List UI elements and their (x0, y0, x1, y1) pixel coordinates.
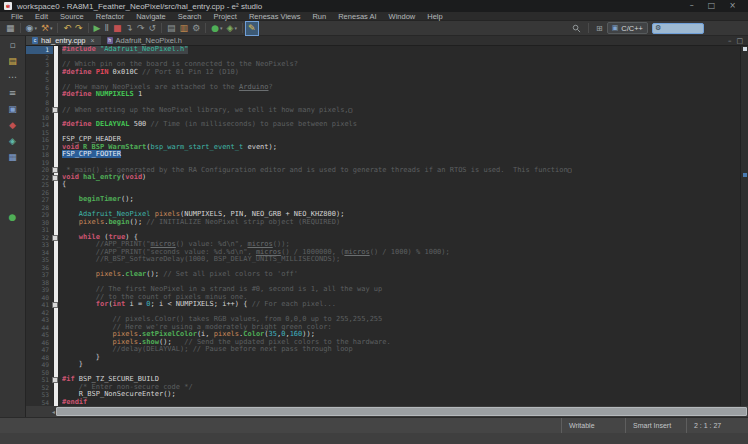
line-number[interactable]: 32 (26, 234, 53, 242)
line-number[interactable]: 41 (26, 301, 53, 309)
line-number[interactable]: 2 (26, 54, 53, 62)
line-number[interactable]: 39 (26, 286, 53, 294)
code-line[interactable]: } (62, 354, 740, 362)
pin-editor-icon[interactable]: ✎ (246, 22, 258, 35)
code-line[interactable]: // When setting up the NeoPixel library,… (62, 106, 740, 114)
overview-ruler[interactable] (740, 46, 748, 406)
forward-icon[interactable]: ↷ (73, 22, 85, 35)
code-line[interactable] (62, 189, 740, 197)
code-line[interactable]: void R_BSP_WarmStart(bsp_warm_start_even… (62, 144, 740, 152)
line-number[interactable]: 36 (26, 264, 53, 272)
line-number[interactable]: 52 (26, 384, 53, 392)
scrollbar-thumb[interactable] (56, 407, 747, 416)
pause-icon[interactable]: Ⅱ (103, 22, 111, 35)
code-line[interactable]: //delay(DELAYVAL); // Pause before next … (62, 346, 740, 354)
quick-access-field[interactable]: ⚙ (652, 23, 704, 34)
line-number[interactable]: 28 (26, 204, 53, 212)
line-number[interactable]: 17 (26, 144, 53, 152)
line-number[interactable]: 8 (26, 99, 53, 107)
code-line[interactable]: FSP_CPP_FOOTER (62, 151, 740, 159)
menu-refactor[interactable]: Refactor (91, 12, 129, 21)
code-line[interactable]: //R_BSP_SoftwareDelay(1000, BSP_DELAY_UN… (62, 256, 740, 264)
line-number[interactable]: 26 (26, 189, 53, 197)
line-number[interactable]: 15 (26, 129, 53, 137)
code-line[interactable]: #include "Adafruit_NeoPixel.h" (62, 46, 740, 54)
maximize-editor-icon[interactable]: □ (736, 37, 743, 45)
menu-help[interactable]: Help (422, 12, 447, 21)
line-number[interactable]: 18 (26, 151, 53, 159)
breakpoints-view-icon[interactable]: ◆ (6, 119, 19, 131)
horizontal-scrollbar[interactable]: ◂ (26, 406, 748, 417)
code-line[interactable]: beginTimer(); (62, 196, 740, 204)
menu-window[interactable]: Window (384, 12, 421, 21)
line-number[interactable]: 33 (26, 241, 53, 249)
search-icon[interactable] (572, 24, 581, 33)
maximize-icon[interactable]: □ (708, 1, 716, 11)
line-number[interactable]: 46 (26, 339, 53, 347)
line-number[interactable]: 19 (26, 159, 53, 167)
tab-adafruit-neopixel-h[interactable]: hAdafruit_NeoPixel.h (101, 36, 188, 45)
line-number[interactable]: 30 (26, 219, 53, 227)
resume-icon[interactable]: ▶ (92, 22, 103, 35)
fold-marker-icon[interactable] (52, 377, 58, 383)
perspective-button-cpp[interactable]: ▣ C/C++ (607, 22, 648, 34)
code-line[interactable]: * main() is generated by the RA Configur… (62, 166, 740, 174)
code-line[interactable]: #define NUMPIXELS 1 (62, 91, 740, 99)
line-number[interactable]: 20 (26, 166, 53, 174)
line-number[interactable]: 47 (26, 346, 53, 354)
menu-search[interactable]: Search (173, 12, 207, 21)
code-editor[interactable]: 1234567891014151617181920222526272829303… (26, 46, 748, 406)
line-number[interactable]: 40 (26, 294, 53, 302)
restore-view-icon[interactable]: ▫ (6, 39, 19, 51)
overview-mark[interactable] (743, 47, 747, 51)
code-line[interactable]: for(int i = 0; i < NUMPIXELS; i++) { // … (62, 301, 740, 309)
code-line[interactable] (62, 159, 740, 167)
fold-marker-icon[interactable] (52, 302, 58, 308)
line-number[interactable]: 1 (26, 46, 53, 54)
line-number[interactable]: 5 (26, 76, 53, 84)
code-line[interactable]: R_BSP_NonSecureEnter(); (62, 391, 740, 399)
folding-bar[interactable] (54, 46, 58, 406)
menu-file[interactable]: File (6, 12, 28, 21)
menu-renesas-views[interactable]: Renesas Views (244, 12, 306, 21)
status-green-icon[interactable]: ● (6, 211, 19, 223)
memory-monitor-icon[interactable]: ▥ (178, 22, 191, 35)
code-lines[interactable]: #include "Adafruit_NeoPixel.h"// Which p… (62, 46, 740, 406)
code-line[interactable]: pixels.begin(); // INITIALIZE NeoPixel s… (62, 219, 740, 227)
open-perspective-icon[interactable]: ⊞ (596, 24, 603, 33)
minimize-icon[interactable]: – (690, 1, 694, 11)
settings-gear-icon[interactable]: ⚙ (190, 22, 202, 35)
line-number[interactable]: 29 (26, 211, 53, 219)
menu-project[interactable]: Project (209, 12, 242, 21)
menu-renesas-ai[interactable]: Renesas AI (333, 12, 381, 21)
smart-browser-icon[interactable]: ◈ (6, 135, 19, 147)
menu-edit[interactable]: Edit (30, 12, 53, 21)
step-return-icon[interactable]: ↺ (147, 22, 159, 35)
line-number-gutter[interactable]: 1234567891014151617181920222526272829303… (26, 46, 53, 406)
code-line[interactable] (62, 369, 740, 377)
close-icon[interactable]: × (729, 1, 736, 11)
line-number[interactable]: 34 (26, 249, 53, 257)
line-number[interactable]: 48 (26, 354, 53, 362)
debug-config-icon[interactable]: ◉▾ (24, 22, 39, 35)
code-line[interactable]: pixels.clear(); // Set all pixel colors … (62, 271, 740, 279)
code-line[interactable]: void hal_entry(void) (62, 174, 740, 182)
tab-hal-entry-cpp[interactable]: chal_entry.cpp× (26, 36, 101, 45)
fold-marker-icon[interactable] (52, 107, 58, 113)
line-number[interactable]: 42 (26, 309, 53, 317)
console-view-icon[interactable]: ≡ (6, 87, 19, 99)
code-line[interactable]: #define DELAYVAL 500 // Time (in millise… (62, 121, 740, 129)
line-number[interactable]: 6 (26, 84, 53, 92)
close-tab-icon[interactable]: × (90, 37, 94, 44)
fold-marker-icon[interactable] (52, 235, 58, 241)
debug-view-icon[interactable]: ▣ (6, 103, 19, 115)
more-views-icon[interactable]: ⋯ (6, 71, 19, 83)
line-number[interactable]: 43 (26, 316, 53, 324)
code-line[interactable]: } (62, 361, 740, 369)
line-number[interactable]: 4 (26, 69, 53, 77)
line-number[interactable]: 3 (26, 61, 53, 69)
console-icon[interactable]: ▤ (165, 22, 178, 35)
line-number[interactable]: 9 (26, 106, 53, 114)
line-number[interactable]: 22 (26, 174, 53, 182)
line-number[interactable]: 27 (26, 196, 53, 204)
